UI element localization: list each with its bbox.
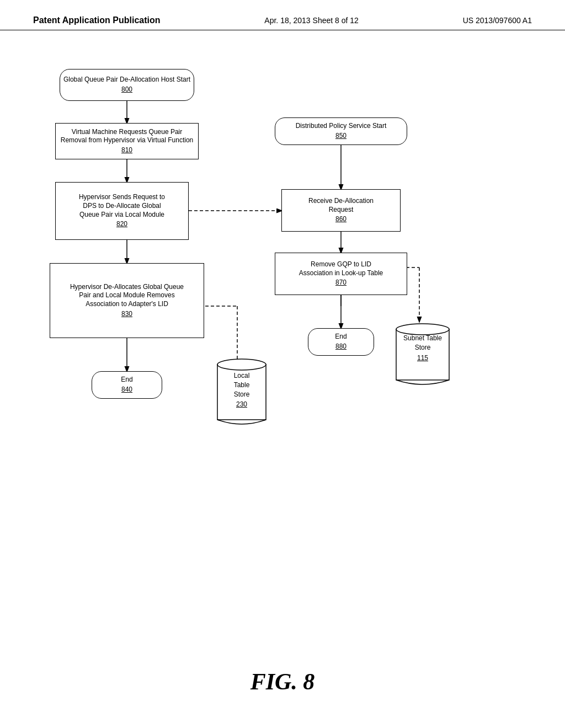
node-810-label: Virtual Machine Requests Queue PairRemov… <box>61 128 194 144</box>
node-115-label: Subnet TableStore <box>403 334 442 351</box>
node-880-id: 880 <box>335 342 347 351</box>
node-800-id: 800 <box>63 85 190 94</box>
svg-point-14 <box>217 359 266 370</box>
node-810: Virtual Machine Requests Queue PairRemov… <box>55 123 199 159</box>
node-840-label: End <box>121 376 132 383</box>
node-830-label: Hypervisor De-Allocates Global QueuePair… <box>70 283 184 308</box>
node-860: Receive De-AllocationRequest 860 <box>281 189 401 232</box>
node-860-id: 860 <box>308 215 374 224</box>
node-830-id: 830 <box>70 310 184 319</box>
node-800: Global Queue Pair De-Allocation Host Sta… <box>60 69 194 101</box>
page-header: Patent Application Publication Apr. 18, … <box>0 0 565 30</box>
node-840: End 840 <box>92 371 162 399</box>
node-860-label: Receive De-AllocationRequest <box>308 197 374 213</box>
node-115-container: Subnet TableStore 115 <box>394 322 451 388</box>
node-230-label: LocalTableStore <box>234 372 250 398</box>
node-115-id: 115 <box>394 354 451 363</box>
page: Patent Application Publication Apr. 18, … <box>0 0 565 728</box>
svg-point-16 <box>396 324 449 335</box>
node-830: Hypervisor De-Allocates Global QueuePair… <box>50 263 204 338</box>
node-230-id: 230 <box>215 400 268 409</box>
node-840-id: 840 <box>121 386 132 394</box>
node-870: Remove GQP to LIDAssociation in Look-up … <box>275 253 407 295</box>
header-patent-number: US 2013/097600 A1 <box>463 16 532 25</box>
node-800-label: Global Queue Pair De-Allocation Host Sta… <box>63 76 190 83</box>
node-850-label: Distributed Policy Service Start <box>296 122 387 130</box>
node-820-id: 820 <box>79 220 165 229</box>
node-820-label: Hypervisor Sends Request toDPS to De-All… <box>79 193 165 218</box>
node-880: End 880 <box>308 328 374 356</box>
node-850: Distributed Policy Service Start 850 <box>275 117 407 145</box>
figure-label: FIG. 8 <box>250 668 315 695</box>
node-870-id: 870 <box>299 279 383 287</box>
header-publication-label: Patent Application Publication <box>33 15 161 25</box>
node-230-container: LocalTableStore 230 <box>215 356 268 427</box>
node-870-label: Remove GQP to LIDAssociation in Look-up … <box>299 260 383 277</box>
flowchart-diagram: Global Queue Pair De-Allocation Host Sta… <box>0 36 565 516</box>
node-850-id: 850 <box>296 132 387 141</box>
header-date-sheet: Apr. 18, 2013 Sheet 8 of 12 <box>264 16 358 25</box>
node-820: Hypervisor Sends Request toDPS to De-All… <box>55 182 189 240</box>
node-880-label: End <box>335 333 347 340</box>
node-810-id: 810 <box>61 146 194 155</box>
